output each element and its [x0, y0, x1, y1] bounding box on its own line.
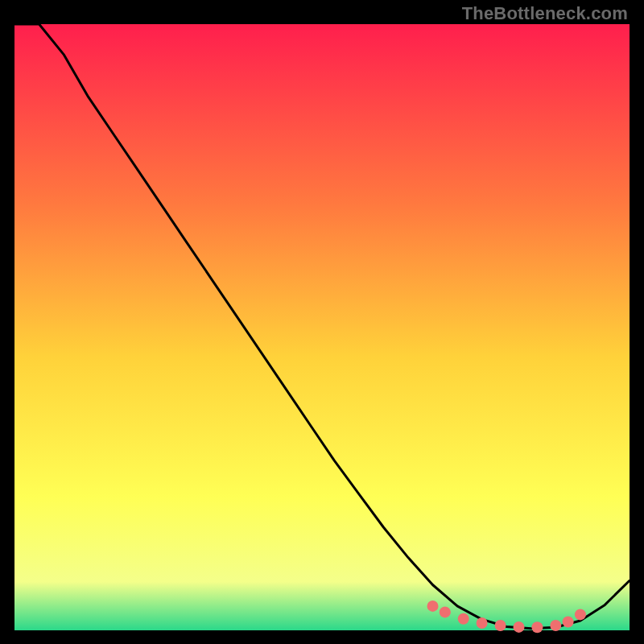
curve-marker: [427, 601, 439, 612]
chart-frame: { "watermark": "TheBottleneck.com", "col…: [0, 0, 644, 644]
curve-marker: [575, 609, 586, 620]
curve-marker: [531, 621, 543, 633]
curve-marker: [440, 606, 451, 617]
plot-background: [14, 24, 630, 630]
curve-marker: [563, 617, 574, 628]
curve-marker: [495, 620, 506, 631]
bottleneck-chart: [0, 0, 644, 644]
curve-marker: [477, 617, 488, 629]
curve-marker: [550, 620, 561, 631]
curve-marker: [458, 613, 469, 625]
curve-marker: [514, 621, 525, 633]
